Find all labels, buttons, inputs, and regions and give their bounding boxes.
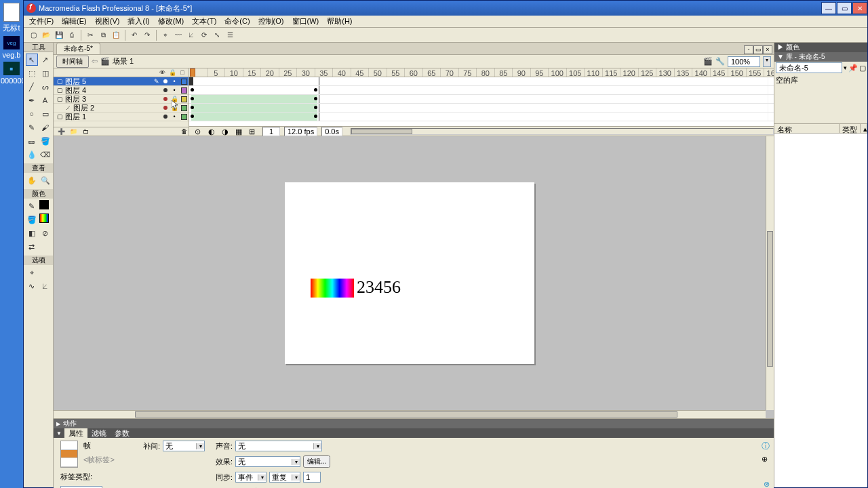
new-button[interactable]: ▢ (28, 30, 39, 41)
tab-filters[interactable]: 滤镜 (87, 428, 111, 439)
option-2[interactable] (39, 266, 52, 279)
library-panel-header[interactable]: ▼ 库 - 未命名-5 (774, 52, 867, 62)
smooth-button[interactable]: 〰 (173, 30, 184, 41)
outline-icon[interactable]: □ (179, 69, 186, 76)
show-hide-icon[interactable]: 👁 (159, 69, 165, 76)
smooth-option[interactable]: ∿ (26, 280, 38, 292)
insert-layer-button[interactable]: ➕ (56, 128, 66, 136)
library-col-type[interactable]: 类型 (840, 124, 861, 133)
track-0[interactable] (189, 77, 774, 86)
library-col-name[interactable]: 名称 (774, 124, 840, 133)
text-tool[interactable]: A (39, 94, 52, 106)
open-button[interactable]: 📂 (41, 30, 52, 41)
pen-tool[interactable]: ✒ (26, 94, 38, 106)
scene-label[interactable]: 场景 1 (113, 56, 134, 66)
paste-button[interactable]: 📋 (111, 30, 121, 41)
layer-row-4[interactable]: ▢图层 1• (54, 113, 189, 121)
frame-name-input[interactable]: <帧标签> (83, 455, 132, 465)
zoom-dropdown[interactable]: ▾ (763, 56, 771, 67)
selection-tool[interactable]: ↖ (26, 54, 38, 66)
stage-hscroll[interactable] (54, 410, 766, 418)
line-tool[interactable]: ╱ (26, 81, 38, 93)
timeline-hscroll[interactable] (351, 128, 774, 135)
rectangle-tool[interactable]: ▭ (39, 108, 52, 120)
track-4[interactable] (189, 113, 774, 121)
oval-tool[interactable]: ○ (26, 108, 38, 120)
center-frame-button[interactable]: ⊙ (195, 127, 204, 136)
timeline-ruler[interactable]: 5101520253035404550556065707580859095100… (189, 68, 774, 77)
onion-skin-button[interactable]: ◐ (208, 127, 218, 136)
repeat-count-input[interactable]: 1 (303, 472, 321, 483)
cut-button[interactable]: ✂ (85, 30, 96, 41)
help-icon[interactable]: ⓘ (762, 441, 770, 452)
library-doc-combo[interactable]: 未命名-5 (776, 62, 842, 73)
fill-color-swatch[interactable] (39, 214, 49, 223)
hand-tool[interactable]: ✋ (26, 174, 38, 186)
repeat-combo[interactable]: 重复▾ (269, 472, 300, 483)
no-color-button[interactable]: ⊘ (39, 227, 52, 239)
onion-outline-button[interactable]: ◑ (222, 127, 231, 136)
desktop-file-icon[interactable]: 无标t (1, 3, 22, 33)
swap-colors-button[interactable]: ⇄ (26, 241, 38, 253)
menu-control[interactable]: 控制(O) (256, 16, 287, 27)
tab-parameters[interactable]: 参数 (111, 428, 134, 439)
pencil-tool[interactable]: ✎ (26, 121, 38, 134)
effect-edit-button[interactable]: 编辑... (303, 455, 330, 468)
doc-close[interactable]: × (763, 45, 772, 54)
timeline-toggle-button[interactable]: 时间轴 (56, 56, 89, 68)
rotate-button[interactable]: ⟳ (199, 30, 210, 41)
delete-layer-button[interactable]: 🗑 (179, 128, 189, 136)
paint-bucket-tool[interactable]: 🪣 (39, 135, 52, 147)
sound-combo[interactable]: 无▾ (235, 441, 322, 451)
library-list[interactable] (774, 134, 867, 487)
sync-combo[interactable]: 事件▾ (235, 472, 267, 483)
insert-folder-button[interactable]: 🗀 (81, 128, 90, 136)
track-3[interactable] (189, 104, 774, 113)
close-panel-icon[interactable]: ⊗ (764, 480, 770, 488)
tab-properties[interactable]: 属性 (64, 428, 87, 439)
undo-button[interactable]: ↶ (129, 30, 140, 41)
expand-icon[interactable]: ⊕ (762, 455, 770, 464)
subselection-tool[interactable]: ↗ (39, 54, 52, 66)
free-transform-tool[interactable]: ⬚ (26, 67, 38, 79)
titlebar[interactable]: Macromedia Flash Professional 8 - [未命名-5… (24, 1, 867, 16)
menu-commands[interactable]: 命令(C) (222, 16, 252, 27)
document-tab[interactable]: 未命名-5* (56, 43, 100, 54)
save-button[interactable]: 💾 (54, 30, 64, 41)
actions-panel-header[interactable]: ▶▶ 动作动作 (54, 419, 774, 428)
stage-vscroll[interactable] (766, 136, 774, 410)
lock-icon[interactable]: 🔒 (169, 69, 176, 76)
zoom-tool[interactable]: 🔍 (39, 174, 52, 186)
edit-multiple-button[interactable]: ▦ (235, 127, 245, 136)
straighten-button[interactable]: ⟀ (186, 30, 197, 41)
rainbow-rectangle[interactable] (311, 279, 354, 298)
snap-button[interactable]: ⌖ (160, 30, 171, 41)
copy-button[interactable]: ⧉ (98, 30, 108, 41)
color-panel-header[interactable]: ▶ 颜色 (774, 43, 867, 52)
eyedropper-tool[interactable]: 💧 (26, 148, 38, 161)
lasso-tool[interactable]: ᔕ (39, 81, 52, 93)
menu-help[interactable]: 帮助(H) (324, 16, 355, 27)
default-colors-button[interactable]: ◧ (26, 227, 38, 239)
modify-markers-button[interactable]: ⊞ (249, 127, 258, 136)
minimize-button[interactable]: — (821, 2, 836, 14)
menu-insert[interactable]: 插入(I) (125, 16, 152, 27)
gradient-transform-tool[interactable]: ◫ (39, 67, 52, 79)
ink-bottle-tool[interactable]: 🝙 (26, 135, 38, 147)
maximize-button[interactable]: ▭ (837, 2, 852, 14)
brush-tool[interactable]: 🖌 (39, 121, 52, 134)
track-1[interactable] (189, 86, 774, 95)
close-button[interactable]: ✕ (852, 2, 867, 14)
doc-restore[interactable]: ▭ (753, 45, 763, 54)
desktop-thumb-icon[interactable]: vegveg.b (1, 36, 22, 59)
edit-scene-icon[interactable]: 🎬 (703, 57, 713, 66)
menu-text[interactable]: 文本(T) (189, 16, 219, 27)
menu-file[interactable]: 文件(F) (26, 16, 56, 27)
tween-combo[interactable]: 无▾ (163, 441, 205, 451)
stage[interactable]: 23456 (285, 182, 534, 364)
menu-modify[interactable]: 修改(M) (155, 16, 187, 27)
new-library-icon[interactable]: ▢ (859, 64, 866, 73)
effect-combo[interactable]: 无▾ (235, 456, 300, 467)
add-guide-button[interactable]: 📁 (68, 128, 78, 136)
print-button[interactable]: ⎙ (66, 30, 77, 41)
